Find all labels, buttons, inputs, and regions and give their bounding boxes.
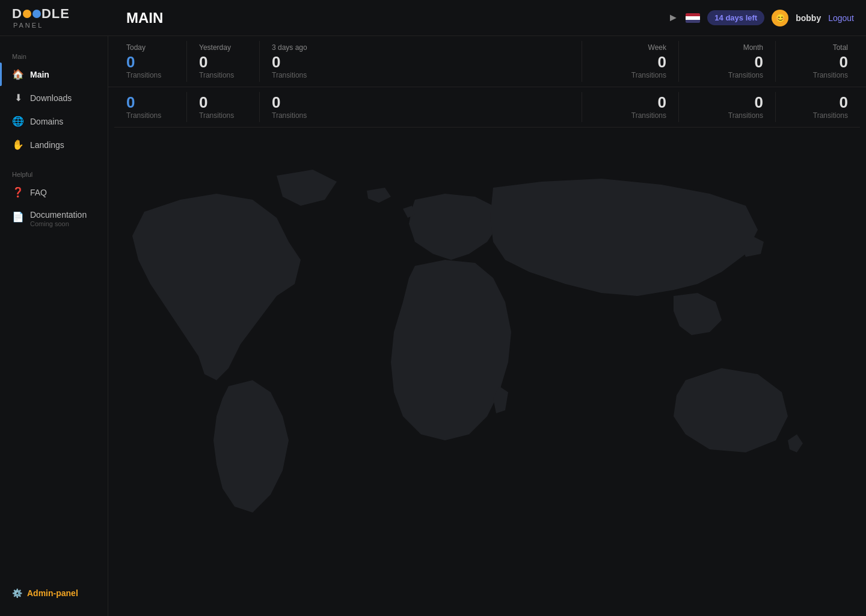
logo-dle-text: DLE — [41, 7, 70, 20]
stat2-week-sub: Transitions — [594, 111, 666, 120]
sidebar-item-main[interactable]: 🏠 Main — [0, 63, 108, 86]
stat2-3days-sub: Transitions — [272, 111, 320, 120]
stat-3days-label: 3 days ago — [272, 43, 320, 52]
stat-3days-sub: Transitions — [272, 71, 320, 79]
avatar: 😊 — [772, 10, 788, 26]
admin-gear-icon: ⚙️ — [12, 588, 22, 598]
sidebar: Main 🏠 Main ⬇ Downloads 🌐 Domains ✋ Land… — [0, 36, 108, 616]
sidebar-item-landings[interactable]: ✋ Landings — [0, 133, 108, 156]
stat2-month-value: 0 — [691, 94, 763, 110]
stat-yesterday: Yesterday 0 Transitions — [187, 36, 259, 87]
stat2-3days: 0 Transitions — [260, 87, 332, 127]
stat-month-label: Month — [691, 43, 763, 52]
world-map-container — [108, 102, 866, 616]
docs-sublabel: Coming soon — [30, 220, 87, 227]
stat-week-label: Week — [594, 43, 666, 52]
faq-icon: ❓ — [12, 186, 24, 198]
stat2-today-value: 0 — [126, 94, 174, 110]
stat-today-value: 0 — [126, 54, 174, 70]
logo-panel-text: PANEL — [13, 22, 43, 29]
stats-bar-row1: Today 0 Transitions Yesterday 0 Transiti… — [108, 36, 866, 87]
stat-total: Total 0 Transitions — [776, 36, 860, 87]
stat-yesterday-sub: Transitions — [199, 71, 247, 79]
stats-bar-row2: 0 Transitions 0 Transitions 0 Transition… — [108, 87, 866, 127]
stat2-yesterday: 0 Transitions — [187, 87, 259, 127]
header: D DLE PANEL MAIN ► 14 days left 😊 bobby … — [0, 0, 866, 36]
stat2-total-sub: Transitions — [788, 111, 848, 120]
stat-today-label: Today — [126, 43, 174, 52]
stat2-month-sub: Transitions — [691, 111, 763, 120]
stat-week-sub: Transitions — [594, 71, 666, 79]
page-title: MAIN — [120, 10, 668, 26]
stat2-week: 0 Transitions — [582, 87, 678, 127]
stat-yesterday-label: Yesterday — [199, 43, 247, 52]
stat-today-sub: Transitions — [126, 71, 174, 79]
stat2-yesterday-value: 0 — [199, 94, 247, 110]
landings-icon: ✋ — [12, 139, 24, 150]
sidebar-item-domains[interactable]: 🌐 Domains — [0, 109, 108, 133]
flag-icon[interactable] — [686, 13, 700, 23]
stat-yesterday-value: 0 — [199, 54, 247, 70]
stat-total-value: 0 — [788, 54, 848, 70]
stat2-today-sub: Transitions — [126, 111, 174, 120]
home-icon: 🏠 — [12, 69, 24, 80]
stat2-total: 0 Transitions — [776, 87, 860, 127]
stat-week: Week 0 Transitions — [582, 36, 678, 87]
stat-3days: 3 days ago 0 Transitions — [260, 36, 332, 87]
stat2-today: 0 Transitions — [114, 87, 186, 127]
sidebar-faq-label: FAQ — [30, 188, 47, 197]
stat-month-sub: Transitions — [691, 71, 763, 79]
stat-right-group: Week 0 Transitions Month 0 Transitions T… — [582, 36, 860, 87]
stat-total-sub: Transitions — [788, 71, 848, 79]
sidebar-domains-label: Domains — [30, 117, 63, 126]
logout-button[interactable]: Logout — [828, 13, 854, 23]
sidebar-section-main: Main — [0, 48, 108, 63]
logo-area: D DLE PANEL — [12, 7, 120, 29]
sidebar-item-faq[interactable]: ❓ FAQ — [0, 180, 108, 204]
sidebar-item-docs[interactable]: 📄 Documentation Coming soon — [0, 204, 108, 233]
username-label: bobby — [796, 13, 821, 23]
stat2-total-value: 0 — [788, 94, 848, 110]
notification-icon[interactable]: ► — [668, 11, 679, 24]
stats-divider — [114, 127, 860, 128]
stat-week-value: 0 — [594, 54, 666, 70]
admin-panel-label: Admin-panel — [27, 588, 78, 598]
main-content: Today 0 Transitions Yesterday 0 Transiti… — [108, 36, 866, 616]
main-layout: Main 🏠 Main ⬇ Downloads 🌐 Domains ✋ Land… — [0, 36, 866, 616]
sidebar-section-helpful: Helpful — [0, 166, 108, 180]
logo: D DLE — [12, 7, 70, 20]
stat2-week-value: 0 — [594, 94, 666, 110]
stat2-yesterday-sub: Transitions — [199, 111, 247, 120]
stat2-right-group: 0 Transitions 0 Transitions 0 Transition… — [582, 87, 860, 127]
stat-total-label: Total — [788, 43, 848, 52]
sidebar-main-label: Main — [30, 70, 49, 79]
logo-dot-blue — [32, 10, 41, 18]
admin-panel-button[interactable]: ⚙️ Admin-panel — [0, 582, 108, 604]
world-map-svg — [108, 102, 866, 616]
trial-badge[interactable]: 14 days left — [707, 10, 764, 25]
stat-month: Month 0 Transitions — [679, 36, 775, 87]
sidebar-item-downloads[interactable]: ⬇ Downloads — [0, 86, 108, 109]
download-icon: ⬇ — [12, 92, 24, 103]
stat-month-value: 0 — [691, 54, 763, 70]
stat-today: Today 0 Transitions — [114, 36, 186, 87]
stat-3days-value: 0 — [272, 54, 320, 70]
sidebar-downloads-label: Downloads — [30, 93, 72, 103]
globe-icon: 🌐 — [12, 116, 24, 127]
docs-icon: 📄 — [12, 211, 24, 223]
sidebar-landings-label: Landings — [30, 140, 64, 150]
logo-d-text: D — [12, 7, 22, 20]
header-right: ► 14 days left 😊 bobby Logout — [668, 10, 854, 26]
stat2-3days-value: 0 — [272, 94, 320, 110]
docs-label: Documentation — [30, 210, 87, 220]
stat2-month: 0 Transitions — [679, 87, 775, 127]
logo-dot-orange — [23, 10, 31, 18]
docs-text-group: Documentation Coming soon — [30, 210, 87, 227]
